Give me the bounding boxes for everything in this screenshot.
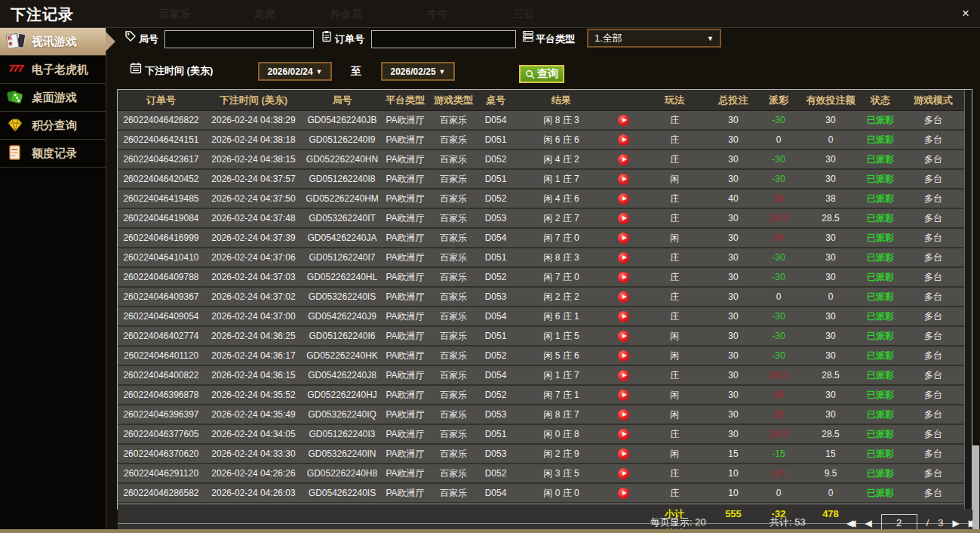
cell-valid-bet: 30 <box>803 252 859 263</box>
sidebar-item-quota-records[interactable]: 额度记录 <box>0 140 106 168</box>
close-icon[interactable]: × <box>962 6 969 21</box>
result-play-button[interactable] <box>618 134 629 146</box>
cell-table-no: D054 <box>478 233 513 243</box>
result-play-button[interactable] <box>618 193 629 205</box>
result-play-button[interactable] <box>618 448 629 460</box>
cell-bet-time: 2026-02-24 04:26:03 <box>204 488 303 498</box>
cell-play: 庄 <box>637 193 712 205</box>
cell-valid-bet: 0 <box>803 291 859 302</box>
cell-order-id: 260224046370620 <box>118 448 204 459</box>
table-row: 260224046424151 2026-02-24 04:38:18 GD05… <box>118 131 972 150</box>
cell-valid-bet: 30 <box>803 272 859 282</box>
sidebar-item-label: 桌面游戏 <box>32 91 77 105</box>
col-header-platform: 平台类型 <box>382 94 429 107</box>
cell-game-type: 百家乐 <box>429 467 478 480</box>
cell-payout: 0 <box>754 291 803 302</box>
cell-game-type: 百家乐 <box>429 310 478 323</box>
cell-play: 庄 <box>637 114 712 127</box>
result-play-button[interactable] <box>618 468 629 479</box>
col-header-result: 结果 <box>513 94 610 107</box>
cell-status: 已派彩 <box>859 134 902 146</box>
col-header-table-no: 桌号 <box>478 94 513 107</box>
sidebar-item-points-query[interactable]: 积分查询 <box>0 112 106 140</box>
cell-total-bet: 30 <box>712 291 754 302</box>
result-play-button[interactable] <box>618 291 629 303</box>
cell-game-type: 百家乐 <box>429 271 478 284</box>
sidebar-item-video-games[interactable]: 9K♥ 视讯游戏 <box>0 27 106 56</box>
cell-game-type: 百家乐 <box>429 428 478 441</box>
table-scrollbar-track <box>964 90 972 509</box>
cell-payout: 9.5 <box>754 468 803 479</box>
cell-total-bet: 30 <box>712 429 754 439</box>
order-number-input[interactable] <box>371 30 516 48</box>
cell-payout: 30 <box>754 390 803 400</box>
cell-platform: PA欧洲厅 <box>382 408 429 421</box>
cell-round-id: GD053262240IT <box>303 213 382 223</box>
cell-result: 闲 2 庄 9 <box>513 448 610 461</box>
result-play-button[interactable] <box>618 272 629 283</box>
col-header-play: 玩法 <box>637 94 712 107</box>
play-icon <box>622 491 627 495</box>
background-ghost-tab: 百家乐 <box>158 8 190 21</box>
result-play-button[interactable] <box>618 488 629 499</box>
search-button[interactable]: 查询 <box>519 65 564 83</box>
result-play-button[interactable] <box>618 115 629 126</box>
cell-platform: PA欧洲厅 <box>382 389 429 402</box>
cell-bet-time: 2026-02-24 04:37:48 <box>204 213 303 223</box>
cell-round-id: GD051262240I3 <box>303 429 382 439</box>
cell-order-id: 260224046286582 <box>118 488 204 498</box>
result-play-button[interactable] <box>618 370 629 381</box>
betting-records-window: 百家乐龙虎炸金花牛牛三公 下注记录 × 9K♥ 视讯游戏 777 电子老虎机 桌… <box>0 0 980 533</box>
cell-status: 已派彩 <box>859 310 902 323</box>
cell-order-id: 260224046409788 <box>118 272 204 282</box>
cell-play: 庄 <box>637 291 712 303</box>
cell-game-type: 百家乐 <box>429 448 478 461</box>
cell-mode: 多台 <box>902 173 972 186</box>
cell-play: 庄 <box>637 153 712 166</box>
result-play-button[interactable] <box>618 390 629 401</box>
round-number-input[interactable] <box>164 30 314 48</box>
platform-type-label: 平台类型 <box>536 30 575 48</box>
table-body: 260224046426822 2026-02-24 04:38:29 GD05… <box>118 111 972 504</box>
cell-table-no: D054 <box>478 488 513 498</box>
cell-result: 闲 2 庄 2 <box>513 291 610 303</box>
result-play-button[interactable] <box>618 311 629 322</box>
result-play-button[interactable] <box>618 213 629 224</box>
cell-replay <box>610 212 637 223</box>
cell-total-bet: 10 <box>712 488 754 498</box>
playing-cards-icon: 9K♥ <box>6 32 26 51</box>
result-play-button[interactable] <box>618 252 629 263</box>
cell-payout: 0 <box>754 488 803 498</box>
cell-total-bet: 30 <box>712 174 754 184</box>
cell-status: 已派彩 <box>859 291 902 303</box>
play-icon <box>622 412 627 417</box>
platform-type-select[interactable]: 1.全部 ▼ <box>587 29 721 48</box>
play-icon <box>622 236 627 240</box>
result-play-button[interactable] <box>618 331 629 342</box>
col-header-bet-time: 下注时间 (美东) <box>204 94 303 107</box>
date-to-select[interactable]: 2026/02/25 ▼ <box>381 62 455 81</box>
cell-game-type: 百家乐 <box>429 114 478 127</box>
cell-replay <box>610 291 637 302</box>
page-title: 下注记录 <box>11 5 74 25</box>
result-play-button[interactable] <box>618 429 629 440</box>
cell-play: 庄 <box>637 310 712 323</box>
cell-game-type: 百家乐 <box>429 487 478 500</box>
result-play-button[interactable] <box>618 350 629 362</box>
sidebar-item-slots[interactable]: 777 电子老虎机 <box>0 56 106 84</box>
cell-status: 已派彩 <box>859 448 902 461</box>
cell-platform: PA欧洲厅 <box>382 291 429 303</box>
result-play-button[interactable] <box>618 174 629 185</box>
window-scrollbar-thumb[interactable] <box>972 445 979 529</box>
cell-platform: PA欧洲厅 <box>382 114 429 127</box>
sidebar-item-label: 视讯游戏 <box>32 35 77 49</box>
cell-round-id: GD052262240HN <box>303 154 382 165</box>
cell-table-no: D053 <box>478 213 513 223</box>
result-play-button[interactable] <box>618 154 629 165</box>
result-play-button[interactable] <box>618 233 629 244</box>
result-play-button[interactable] <box>618 409 629 421</box>
cell-status: 已派彩 <box>859 193 902 205</box>
date-from-select[interactable]: 2026/02/24 ▼ <box>258 62 332 81</box>
sidebar-item-table-games[interactable]: 桌面游戏 <box>0 84 106 112</box>
cell-table-no: D051 <box>478 252 513 263</box>
